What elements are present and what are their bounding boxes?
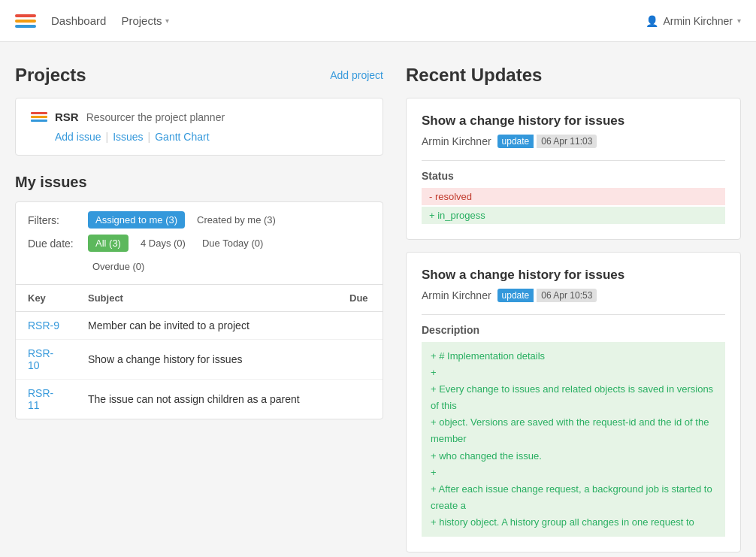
description-line: + who changed the issue. <box>431 448 716 465</box>
diff-added-1: + in_progess <box>422 207 725 224</box>
update-title-2: Show a change history for issues <box>422 268 725 283</box>
logo-icon[interactable] <box>15 14 36 28</box>
nav-projects-label: Projects <box>121 14 162 27</box>
description-line: + Every change to issues and related obj… <box>431 381 716 414</box>
update-badge-2: update06 Apr 10:53 <box>497 289 597 302</box>
user-name: Armin Kirchner <box>663 15 733 27</box>
update-meta-1: Armin Kirchner update06 Apr 11:03 <box>422 135 725 148</box>
description-line: + history object. A history group all ch… <box>431 514 716 531</box>
update-author-2: Armin Kirchner <box>422 289 491 301</box>
badge-date-2: 06 Apr 10:53 <box>537 289 597 302</box>
issue-key-cell: RSR-11 <box>16 380 76 419</box>
projects-title: Projects <box>15 65 86 86</box>
table-row: RSR-11 The issue can not assign children… <box>16 380 383 419</box>
chevron-down-icon: ▾ <box>165 17 169 25</box>
update-author-1: Armin Kirchner <box>422 135 491 147</box>
description-line: + object. Versions are saved with the re… <box>431 414 716 447</box>
separator-1: | <box>105 131 108 143</box>
update-title-1: Show a change history for issues <box>422 114 725 129</box>
issues-card: Filters: Assigned to me (3) Created by m… <box>15 201 383 419</box>
filter-row-2: Due date: All (3) 4 Days (0) Due Today (… <box>28 235 370 252</box>
filter-row-3: Overdue (0) <box>28 258 370 275</box>
issue-subject-cell: Show a change history for issues <box>76 340 337 380</box>
issue-key-cell: RSR-10 <box>16 340 76 380</box>
diff-removed-1: - resolved <box>422 188 725 205</box>
navbar: Dashboard Projects ▾ 👤 Armin Kirchner ▾ <box>0 0 756 42</box>
description-line: + After each issue change request, a bac… <box>431 481 716 514</box>
col-header-due: Due <box>337 285 383 312</box>
table-row: RSR-9 Member can be invited to a project <box>16 312 383 340</box>
project-description: Resourcer the project planner <box>86 111 225 123</box>
project-key: RSR <box>55 110 79 123</box>
add-issue-link[interactable]: Add issue <box>55 131 101 143</box>
due-today-filter[interactable]: Due Today (0) <box>198 235 268 252</box>
project-header: RSR Resourcer the project planner <box>31 110 367 123</box>
description-line: + # Implementation details <box>431 348 716 365</box>
issue-subject-cell: The issue can not assign children as a p… <box>76 380 337 419</box>
filter-row-1: Filters: Assigned to me (3) Created by m… <box>28 211 370 229</box>
projects-header: Projects Add project <box>15 65 383 86</box>
divider-2 <box>422 314 725 315</box>
all-filter[interactable]: All (3) <box>88 235 129 252</box>
description-line: + <box>431 365 716 381</box>
badge-action-1: update <box>497 135 534 148</box>
project-card: RSR Resourcer the project planner Add is… <box>15 98 383 156</box>
project-logo-icon <box>31 112 47 122</box>
issue-key-link[interactable]: RSR-9 <box>28 319 59 331</box>
update-card-2: Show a change history for issues Armin K… <box>406 252 741 552</box>
navbar-left: Dashboard Projects ▾ <box>15 14 169 28</box>
user-chevron-icon: ▾ <box>737 17 741 25</box>
created-by-me-filter[interactable]: Created by me (3) <box>192 211 280 229</box>
right-panel: Recent Updates Show a change history for… <box>406 65 741 557</box>
4days-filter[interactable]: 4 Days (0) <box>136 235 190 252</box>
gantt-chart-link[interactable]: Gantt Chart <box>155 131 209 143</box>
issue-key-link[interactable]: RSR-10 <box>28 347 53 371</box>
badge-date-1: 06 Apr 11:03 <box>537 135 597 148</box>
description-label: Description <box>422 324 725 336</box>
assigned-to-me-filter[interactable]: Assigned to me (3) <box>88 211 185 229</box>
due-date-label: Due date: <box>28 238 80 250</box>
left-panel: Projects Add project RSR Resourcer the p… <box>15 65 383 557</box>
issue-due-cell <box>337 380 383 419</box>
col-header-key: Key <box>16 285 76 312</box>
status-label: Status <box>422 170 725 182</box>
project-links: Add issue | Issues | Gantt Chart <box>31 131 367 143</box>
table-row: RSR-10 Show a change history for issues <box>16 340 383 380</box>
issue-key-link[interactable]: RSR-11 <box>28 387 53 411</box>
separator-2: | <box>148 131 151 143</box>
col-header-subject: Subject <box>76 285 337 312</box>
user-menu[interactable]: 👤 Armin Kirchner ▾ <box>646 15 741 27</box>
my-issues-title: My issues <box>15 174 383 191</box>
issue-key-cell: RSR-9 <box>16 312 76 340</box>
user-icon: 👤 <box>646 15 658 27</box>
overdue-filter[interactable]: Overdue (0) <box>88 258 149 275</box>
main-content: Projects Add project RSR Resourcer the p… <box>0 42 756 557</box>
description-block: + # Implementation details++ Every chang… <box>422 342 725 537</box>
nav-projects-dropdown[interactable]: Projects ▾ <box>121 14 168 27</box>
navbar-right: 👤 Armin Kirchner ▾ <box>646 15 741 27</box>
add-project-link[interactable]: Add project <box>330 69 383 81</box>
issues-table: Key Subject Due RSR-9 Member can be invi… <box>16 285 383 419</box>
divider-1 <box>422 160 725 161</box>
badge-action-2: update <box>497 289 534 302</box>
issue-due-cell <box>337 312 383 340</box>
update-card-1: Show a change history for issues Armin K… <box>406 98 741 240</box>
filters-label: Filters: <box>28 214 80 226</box>
table-header-row: Key Subject Due <box>16 285 383 312</box>
issues-link[interactable]: Issues <box>113 131 143 143</box>
recent-updates-title: Recent Updates <box>406 65 741 86</box>
nav-dashboard[interactable]: Dashboard <box>51 14 106 27</box>
description-line: + <box>431 465 716 481</box>
update-badge-1: update06 Apr 11:03 <box>497 135 597 148</box>
update-meta-2: Armin Kirchner update06 Apr 10:53 <box>422 289 725 302</box>
issue-due-cell <box>337 340 383 380</box>
issue-subject-cell: Member can be invited to a project <box>76 312 337 340</box>
filters-section: Filters: Assigned to me (3) Created by m… <box>16 202 383 285</box>
